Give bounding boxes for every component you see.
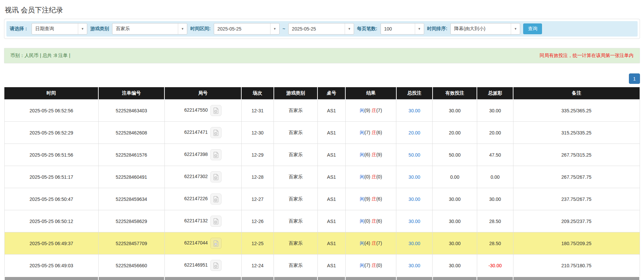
- cell-result: 闲(9)庄(6): [345, 188, 396, 210]
- video-replay-button[interactable]: [210, 171, 221, 182]
- video-icon: [213, 262, 219, 269]
- chevron-down-icon: ▼: [511, 23, 520, 34]
- cell-round-id: 622147302: [164, 166, 241, 188]
- cell-round-id: 622147132: [164, 210, 241, 232]
- round-id-text: 622147132: [184, 218, 208, 223]
- banker-result-score: (6): [376, 196, 382, 202]
- round-id-text: 622147226: [184, 196, 208, 201]
- round-id-text: 622146951: [184, 262, 208, 268]
- cell-game-type: 百家乐: [274, 232, 318, 255]
- table-row: 2025-05-25 06:52:29 522528462608 6221474…: [4, 122, 640, 144]
- video-replay-button[interactable]: [210, 238, 221, 249]
- banker-result-label: 庄: [371, 263, 376, 268]
- cell-total-bet: 30.00: [396, 255, 433, 277]
- summary-empty-cell: [241, 277, 274, 280]
- total-bet-link[interactable]: 30.00: [408, 197, 420, 202]
- cell-bet-id: 522528458629: [98, 210, 164, 232]
- banker-result-label: 庄: [371, 130, 376, 135]
- cell-bet-id: 522528460491: [98, 166, 164, 188]
- filter-bar: 请选择： 日期查询 ▼ 游戏类别 百家乐 ▼ 时间区间: 2025-05-25 …: [6, 21, 638, 37]
- table-row: 2025-05-25 06:49:37 522528457709 6221470…: [4, 232, 640, 255]
- search-button[interactable]: 查询: [523, 23, 542, 34]
- date-from-value: 2025-05-25: [214, 26, 270, 32]
- banker-result-score: (6): [376, 218, 382, 224]
- table-row: 2025-05-25 06:50:12 522528458629 6221471…: [4, 210, 640, 232]
- cell-game-type: 百家乐: [274, 144, 318, 166]
- video-replay-button[interactable]: [210, 105, 221, 116]
- summary-empty-cell: [274, 277, 318, 280]
- total-bet-link[interactable]: 30.00: [408, 241, 420, 246]
- table-row: 2025-05-25 06:52:56 522528463403 6221475…: [4, 100, 640, 122]
- page-button-1[interactable]: 1: [629, 73, 640, 84]
- banker-result-label: 庄: [371, 218, 376, 224]
- time-sort-select[interactable]: 降幕(由大到小) ▼: [450, 23, 520, 35]
- cell-result: 闲(4)庄(7): [345, 232, 396, 255]
- cell-note: 267.75/315.25: [513, 144, 640, 166]
- column-header-round-id: 局号: [164, 87, 241, 100]
- round-id-text: 622147550: [184, 107, 208, 113]
- video-replay-button[interactable]: [210, 216, 221, 227]
- cell-valid-bet: 0.00: [433, 166, 477, 188]
- cell-game-type: 百家乐: [274, 210, 318, 232]
- cell-time: 2025-05-25 06:52:29: [4, 122, 98, 144]
- cell-game-type: 百家乐: [274, 166, 318, 188]
- cell-round-id: 622147550: [164, 100, 241, 122]
- summary-empty-cell: [345, 277, 396, 280]
- time-sort-value: 降幕(由大到小): [451, 26, 511, 32]
- banker-result-score: (9): [376, 152, 382, 157]
- total-bet-link[interactable]: 30.00: [408, 108, 420, 113]
- cell-valid-bet: 30.00: [433, 210, 477, 232]
- player-result-score: (7): [364, 263, 370, 268]
- cell-time: 2025-05-25 06:52:56: [4, 100, 98, 122]
- cell-round-id: 622146951: [164, 255, 241, 277]
- query-type-select[interactable]: 日期查询 ▼: [32, 23, 87, 35]
- total-bet-link[interactable]: 30.00: [408, 174, 420, 180]
- game-type-label: 游戏类别: [90, 26, 109, 32]
- cell-time: 2025-05-25 06:50:47: [4, 188, 98, 210]
- total-bet-link[interactable]: 30.00: [408, 263, 420, 268]
- cell-session: 12-28: [241, 166, 274, 188]
- table-row: 2025-05-25 06:50:47 522528459634 6221472…: [4, 188, 640, 210]
- banker-result-score: (7): [376, 108, 382, 113]
- cell-table-no: AS1: [317, 144, 345, 166]
- cell-note: 237.75/267.75: [513, 188, 640, 210]
- cell-game-type: 百家乐: [274, 100, 318, 122]
- player-result-label: 闲: [360, 196, 364, 202]
- date-to-select[interactable]: 2025-05-25 ▼: [288, 23, 354, 35]
- cell-payout: 47.50: [477, 144, 513, 166]
- time-range-label: 时间区间:: [190, 26, 211, 32]
- date-from-select[interactable]: 2025-05-25 ▼: [214, 23, 280, 35]
- total-bet-link[interactable]: 30.00: [408, 219, 420, 224]
- summary-total-bet: 250.00: [396, 277, 433, 280]
- video-replay-button[interactable]: [210, 260, 221, 271]
- cell-table-no: AS1: [317, 255, 345, 277]
- summary-bar: 币别：人民币 | 总共 :8 注单 | 同局有效投注，统一计算在该局第一张注单内: [4, 48, 640, 63]
- summary-count: 8: [98, 277, 164, 280]
- video-icon: [213, 218, 219, 225]
- summary-notice: 同局有效投注，统一计算在该局第一张注单内: [540, 53, 634, 59]
- player-result-label: 闲: [360, 108, 364, 113]
- cell-bet-id: 522528457709: [98, 232, 164, 255]
- column-header-result: 结果: [345, 87, 396, 100]
- round-id-text: 622147044: [184, 240, 208, 245]
- column-header-note: 备注: [513, 87, 640, 100]
- cell-table-no: AS1: [317, 188, 345, 210]
- cell-total-bet: 30.00: [396, 188, 433, 210]
- banker-result-score: (0): [376, 174, 382, 179]
- column-header-bet-id: 注单编号: [98, 87, 164, 100]
- total-bet-link[interactable]: 50.00: [408, 152, 420, 158]
- total-bet-link[interactable]: 20.00: [408, 130, 420, 135]
- cell-round-id: 622147044: [164, 232, 241, 255]
- cell-payout: 0.00: [477, 166, 513, 188]
- cell-time: 2025-05-25 06:49:03: [4, 255, 98, 277]
- game-type-select[interactable]: 百家乐 ▼: [112, 23, 187, 35]
- page-size-select[interactable]: 100 ▼: [381, 23, 424, 35]
- cell-table-no: AS1: [317, 122, 345, 144]
- summary-currency-count: 币别：人民币 | 总共 :8 注单 |: [10, 53, 70, 59]
- cell-note: 267.75/267.75: [513, 166, 640, 188]
- cell-session: 12-25: [241, 232, 274, 255]
- video-replay-button[interactable]: [210, 127, 221, 138]
- video-replay-button[interactable]: [210, 149, 221, 160]
- video-icon: [213, 240, 219, 247]
- video-replay-button[interactable]: [210, 193, 221, 205]
